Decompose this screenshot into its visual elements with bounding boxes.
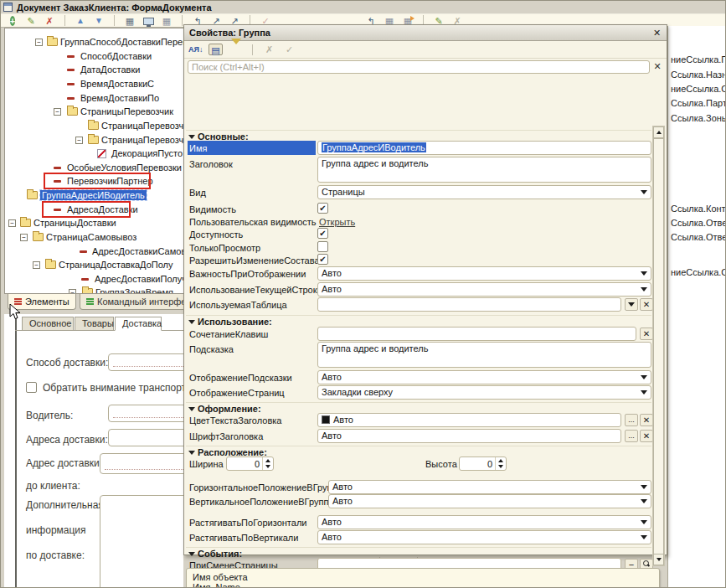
section-layout[interactable]: Расположение: [186, 446, 651, 457]
section-appearance[interactable]: Оформление: [186, 402, 651, 414]
apply-button[interactable]: ✓ [282, 44, 296, 55]
h-pos-select[interactable]: Авто [328, 480, 651, 494]
tooltip-display-select[interactable]: Авто [317, 370, 651, 384]
tree-item-label[interactable]: ОсобыеУсловияПеревозки [67, 162, 182, 173]
tree-item-label[interactable]: СтраницыДоставки [33, 218, 116, 228]
clear-search-icon[interactable]: ✕ [651, 61, 663, 73]
property-row-current-row-use[interactable]: ИспользованиеТекущейСтроки Авто [188, 282, 665, 297]
scrollbar-thumb[interactable] [653, 138, 664, 555]
collapse-icon[interactable]: − [33, 261, 40, 269]
search-input[interactable] [188, 60, 650, 74]
delivery-method-input[interactable] [108, 353, 183, 371]
scroll-down-button[interactable] [653, 554, 664, 565]
tree-item-label[interactable]: СтраницаПеревозчик [101, 121, 183, 131]
tree-item-label[interactable]: СтраницаПеревозчикП [101, 135, 183, 145]
height-stepper[interactable]: 0 [459, 456, 507, 471]
properties-scrollbar[interactable] [652, 126, 665, 566]
chevron-down-icon[interactable] [638, 284, 650, 295]
tree-item-label[interactable]: ГруппаЗонаВремя [95, 287, 173, 294]
importance-select[interactable]: Авто [317, 266, 651, 281]
collapse-icon[interactable]: − [75, 137, 83, 144]
tree-item-label[interactable]: ГруппаСпособДоставкиПерев [60, 37, 183, 47]
v-pos-select[interactable]: Авто [328, 494, 651, 508]
chevron-down-icon[interactable] [638, 517, 650, 528]
title-input[interactable]: Группа адрес и водитель [317, 157, 651, 183]
tree-item-label[interactable]: АдресДоставкиСамовы [92, 246, 183, 256]
kind-select[interactable]: Страницы [317, 185, 651, 199]
collapse-icon[interactable]: − [35, 39, 43, 46]
chevron-down-icon[interactable] [638, 372, 650, 383]
add-button[interactable]: + [6, 15, 19, 27]
move-up-button[interactable]: ▲ [74, 15, 87, 27]
table-used-dropdown-button[interactable] [625, 298, 638, 311]
stepper-buttons[interactable] [495, 457, 506, 470]
enabled-checkbox[interactable]: ✔ [317, 228, 328, 239]
chevron-down-icon[interactable] [638, 187, 650, 198]
tree-item-label[interactable]: СтраницаСамовывоз [46, 232, 136, 242]
collapse-icon[interactable]: − [8, 219, 16, 227]
property-row-table-used[interactable]: ИспользуемаяТаблица ✕ [188, 297, 665, 312]
section-usage[interactable]: Использование: [186, 315, 651, 327]
title-color-input[interactable]: Авто [317, 413, 621, 427]
chevron-down-icon[interactable] [638, 387, 650, 398]
properties-titlebar[interactable]: Свойства: Группа [184, 25, 667, 41]
property-row-importance[interactable]: ВажностьПриОтображении Авто [188, 266, 665, 281]
property-row-title-font[interactable]: ШрифтЗаголовка Авто ... ✕ [188, 429, 665, 443]
tooltip-input[interactable]: Группа адрес и водитель [317, 342, 651, 368]
section-main[interactable]: Основные: [186, 130, 651, 142]
table-properties-button[interactable]: ▦ [123, 15, 136, 27]
property-row-pages-display[interactable]: ОтображениеСтраниц Закладки сверху [188, 385, 665, 400]
tree-item-label[interactable]: СпособДоставки [80, 51, 152, 61]
attention-checkbox-label[interactable]: Обратить внимание транспортн [43, 382, 183, 394]
table-used-input[interactable] [317, 297, 621, 312]
tree-item-label[interactable]: СтраницыПеревозчик [80, 106, 173, 116]
visibility-checkbox[interactable]: ✔ [317, 203, 328, 214]
chevron-down-icon[interactable] [638, 496, 650, 507]
tree-item-label[interactable]: АдресДоставкиПолуча [95, 274, 183, 284]
property-row-title-color[interactable]: ЦветТекстаЗаголовка Авто ... ✕ [188, 413, 665, 427]
property-row-h-pos[interactable]: ГоризонтальноеПоложениеВГруппе Авто [188, 480, 665, 494]
section-events[interactable]: События: [186, 547, 651, 559]
edit-button[interactable]: ✎ [24, 15, 38, 27]
delete-button[interactable]: ✗ [43, 15, 56, 27]
property-row-v-pos[interactable]: ВертикальноеПоложениеВГруппе Авто [188, 494, 665, 508]
width-stepper[interactable]: 0 [226, 456, 274, 471]
name-input[interactable]: ГруппаАдресИВодитель [317, 141, 651, 155]
title-font-ellipsis-button[interactable]: ... [625, 430, 638, 442]
open-link[interactable]: Открыть [319, 217, 355, 227]
title-color-clear-button[interactable]: ✕ [640, 414, 653, 426]
scroll-up-button[interactable] [653, 126, 664, 138]
tab-command-interface[interactable]: Командный интерфейс [80, 294, 183, 310]
chevron-down-icon[interactable] [638, 532, 650, 543]
tree-item-label[interactable]: ДекорацияПусто [111, 148, 183, 158]
property-row-kind[interactable]: Вид Страницы [188, 185, 665, 199]
shortcut-input[interactable] [317, 327, 636, 341]
chevron-down-icon[interactable] [638, 482, 650, 493]
property-row-title[interactable]: Заголовок Группа адрес и водитель [188, 157, 665, 183]
allow-change-checkbox[interactable]: ✔ [317, 254, 328, 265]
property-row-size[interactable]: Ширина 0 Высота 0 [188, 456, 665, 471]
attention-checkbox[interactable] [26, 382, 37, 393]
filter-button[interactable] [229, 44, 243, 55]
tree-item-label-selected[interactable]: ГруппаАдресИВодитель [40, 190, 147, 200]
collapse-icon[interactable]: − [54, 108, 61, 116]
tree-item-label[interactable]: СтраницаДоставкаДоПолу [59, 260, 173, 270]
close-icon[interactable]: ✕ [651, 27, 663, 39]
pages-display-select[interactable]: Закладки сверху [317, 385, 651, 400]
stretch-v-select[interactable]: Авто [317, 530, 651, 544]
property-row-stretch-v[interactable]: РастягиватьПоВертикали Авто [188, 530, 665, 544]
shortcut-clear-button[interactable]: ✕ [640, 328, 653, 340]
form-tab-main[interactable]: Основное [22, 317, 74, 331]
move-down-button[interactable]: ▼ [92, 15, 106, 27]
property-row-name[interactable]: Имя ГруппаАдресИВодитель [188, 141, 665, 155]
property-row-tooltip-display[interactable]: ОтображениеПодсказки Авто [188, 370, 665, 384]
property-row-enabled[interactable]: Доступность ✔ [188, 227, 665, 241]
tree-item-label[interactable]: ВремяДоставкиПо [80, 93, 159, 103]
tree-item-label[interactable]: ДатаДоставки [80, 64, 140, 75]
delivery-address-input[interactable] [100, 453, 183, 474]
delivery-addresses-input[interactable] [108, 429, 183, 446]
form-tab-delivery[interactable]: Доставка [115, 317, 162, 331]
current-row-use-select[interactable]: Авто [317, 282, 651, 297]
view-mode-dropdown-button[interactable]: ▦ [160, 15, 173, 27]
chevron-down-icon[interactable] [638, 268, 650, 279]
